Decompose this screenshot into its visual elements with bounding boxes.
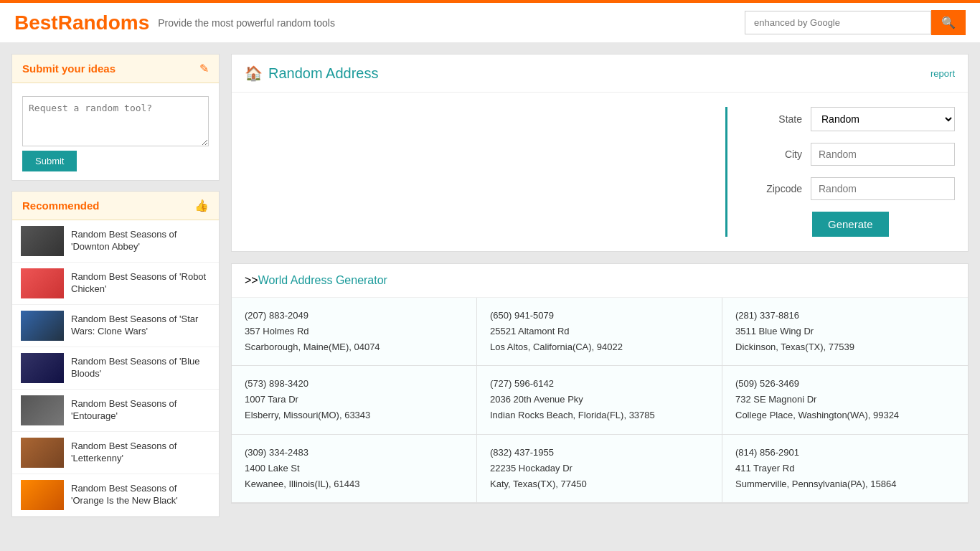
search-icon: 🔍	[941, 17, 956, 29]
address-phone: (309) 334-2483	[245, 445, 463, 461]
rec-thumb	[21, 311, 64, 341]
address-cell: (650) 941-5079 25521 Altamont Rd Los Alt…	[477, 298, 722, 366]
card-title-text: Random Address	[268, 65, 378, 82]
card-body: State Random City Zipcode Generate	[232, 93, 968, 251]
site-tagline: Provide the most powerful random tools	[158, 17, 335, 29]
address-street: 357 Holmes Rd	[245, 324, 463, 339]
rec-item[interactable]: Random Best Seasons of 'Letterkenny'	[12, 432, 219, 474]
rec-title: Random Best Seasons of 'Letterkenny'	[71, 441, 210, 465]
main-content: 🏠 Random Address report State Random	[231, 54, 969, 527]
zipcode-label: Zipcode	[745, 183, 802, 194]
card-right: State Random City Zipcode Generate	[725, 107, 955, 237]
rec-thumb	[21, 226, 64, 256]
thumb-label	[41, 282, 44, 285]
address-location: Dickinson, Texas(TX), 77539	[735, 339, 955, 355]
submit-button[interactable]: Submit	[22, 151, 77, 171]
address-phone: (650) 941-5079	[490, 308, 709, 324]
rec-title: Random Best Seasons of 'Robot Chicken'	[71, 271, 210, 296]
address-street: 22235 Hockaday Dr	[490, 461, 709, 476]
rec-title: Random Best Seasons of 'Orange Is the Ne…	[71, 483, 210, 507]
address-location: Los Altos, California(CA), 94022	[490, 339, 709, 355]
address-phone: (281) 337-8816	[735, 308, 955, 324]
state-label: State	[745, 113, 802, 125]
thumb-label	[41, 240, 44, 242]
rec-title: Random Best Seasons of 'Blue Bloods'	[71, 356, 210, 380]
ideas-textarea[interactable]	[22, 96, 209, 146]
address-phone: (832) 437-1955	[490, 445, 709, 461]
rec-thumb	[21, 353, 64, 383]
address-phone: (207) 883-2049	[245, 308, 463, 324]
address-location: College Place, Washington(WA), 99324	[735, 408, 955, 423]
address-cell: (309) 334-2483 1400 Lake St Kewanee, Ill…	[232, 435, 477, 503]
address-cell: (509) 526-3469 732 SE Magnoni Dr College…	[722, 366, 968, 434]
rec-item[interactable]: Random Best Seasons of 'Blue Bloods'	[12, 347, 219, 390]
sidebar: Submit your ideas ✎ Submit Recommended 👍…	[11, 54, 220, 527]
address-phone: (814) 856-2901	[735, 445, 955, 461]
address-street: 1400 Lake St	[245, 461, 463, 476]
address-street: 25521 Altamont Rd	[490, 324, 709, 339]
card-header: 🏠 Random Address report	[232, 55, 968, 93]
generate-button[interactable]: Generate	[812, 212, 889, 237]
address-cell: (207) 883-2049 357 Holmes Rd Scarborough…	[232, 298, 477, 366]
address-location: Summerville, Pennsylvania(PA), 15864	[735, 476, 955, 492]
state-select[interactable]: Random	[811, 107, 955, 131]
recommended-list: Random Best Seasons of 'Downton Abbey' R…	[12, 220, 219, 517]
submit-ideas-header: Submit your ideas ✎	[12, 55, 219, 83]
thumb-label	[41, 409, 44, 412]
address-location: Katy, Texas(TX), 77450	[490, 476, 709, 492]
search-input-wrap	[745, 11, 931, 34]
search-button[interactable]: 🔍	[931, 10, 966, 35]
rec-item[interactable]: Random Best Seasons of 'Downton Abbey'	[12, 220, 219, 263]
submit-ideas-title: Submit your ideas	[22, 62, 116, 75]
rec-thumb	[21, 395, 64, 425]
address-cell: (814) 856-2901 411 Trayer Rd Summerville…	[722, 435, 968, 503]
thumb-label	[41, 494, 44, 496]
rec-item[interactable]: Random Best Seasons of 'Orange Is the Ne…	[12, 474, 219, 517]
rec-title: Random Best Seasons of 'Downton Abbey'	[71, 229, 210, 253]
address-location: Kewanee, Illinois(IL), 61443	[245, 476, 463, 492]
recommended-title: Recommended	[22, 199, 100, 212]
address-location: Elsberry, Missouri(MO), 63343	[245, 408, 463, 423]
city-input[interactable]	[811, 143, 955, 166]
header: BestRandoms Provide the most powerful ra…	[0, 0, 980, 42]
home-icon: 🏠	[245, 65, 263, 82]
ideas-area: Submit	[12, 83, 219, 180]
address-cell: (281) 337-8816 3511 Blue Wing Dr Dickins…	[722, 298, 968, 366]
world-prefix: >>	[245, 274, 258, 286]
rec-thumb	[21, 268, 64, 298]
layout: Submit your ideas ✎ Submit Recommended 👍…	[0, 42, 980, 539]
address-street: 3511 Blue Wing Dr	[735, 324, 955, 339]
card-left	[245, 107, 725, 237]
world-link[interactable]: World Address Generator	[258, 274, 387, 286]
address-phone: (509) 526-3469	[735, 376, 955, 392]
address-cell: (573) 898-3420 1007 Tara Dr Elsberry, Mi…	[232, 366, 477, 434]
address-street: 1007 Tara Dr	[245, 392, 463, 408]
report-link[interactable]: report	[930, 68, 955, 79]
address-phone: (573) 898-3420	[245, 376, 463, 392]
rec-title: Random Best Seasons of 'Entourage'	[71, 398, 210, 423]
rec-thumb	[21, 438, 64, 468]
zipcode-input[interactable]	[811, 177, 955, 200]
state-row: State Random	[745, 107, 955, 131]
address-cell: (832) 437-1955 22235 Hockaday Dr Katy, T…	[477, 435, 722, 503]
search-input[interactable]	[745, 11, 931, 34]
recommended-header: Recommended 👍	[12, 192, 219, 220]
zipcode-row: Zipcode	[745, 177, 955, 200]
world-address-card: >>World Address Generator (207) 883-2049…	[231, 263, 969, 504]
address-street: 2036 20th Avenue Pky	[490, 392, 709, 408]
recommended-section: Recommended 👍 Random Best Seasons of 'Do…	[11, 191, 220, 517]
rec-item[interactable]: Random Best Seasons of 'Star Wars: Clone…	[12, 305, 219, 347]
city-row: City	[745, 143, 955, 166]
address-street: 732 SE Magnoni Dr	[735, 392, 955, 408]
rec-item[interactable]: Random Best Seasons of 'Robot Chicken'	[12, 263, 219, 305]
address-street: 411 Trayer Rd	[735, 461, 955, 476]
submit-ideas-section: Submit your ideas ✎ Submit	[11, 54, 220, 181]
rec-title: Random Best Seasons of 'Star Wars: Clone…	[71, 314, 210, 338]
card-title: 🏠 Random Address	[245, 65, 378, 82]
rec-item[interactable]: Random Best Seasons of 'Entourage'	[12, 390, 219, 432]
address-location: Indian Rocks Beach, Florida(FL), 33785	[490, 408, 709, 423]
thumbsup-icon: 👍	[194, 199, 209, 212]
site-title[interactable]: BestRandoms	[14, 11, 149, 34]
rec-thumb	[21, 480, 64, 510]
world-header: >>World Address Generator	[232, 264, 968, 298]
